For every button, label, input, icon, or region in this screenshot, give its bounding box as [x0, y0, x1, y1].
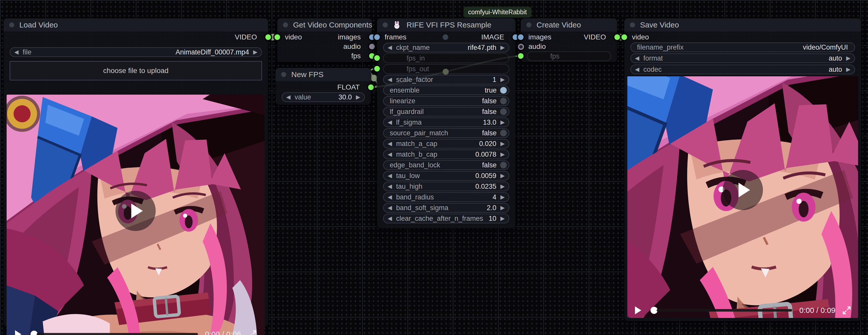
- collapse-dot[interactable]: [281, 72, 286, 77]
- play-icon[interactable]: [14, 330, 22, 335]
- widget-lf-guardrail[interactable]: lf_guardrail false: [383, 107, 509, 117]
- progress-track[interactable]: [657, 309, 792, 312]
- comfyui-canvas[interactable]: { "badge": { "label": "comfyui-WhiteRabb…: [0, 0, 868, 335]
- arrow-left-icon[interactable]: ◀: [384, 152, 396, 157]
- arrow-left-icon[interactable]: ◀: [384, 173, 396, 179]
- widget-tau-low[interactable]: ◀ tau_low 0.0059 ▶: [383, 171, 509, 181]
- arrow-left-icon[interactable]: ◀: [384, 141, 396, 147]
- output-port-video[interactable]: [614, 34, 620, 40]
- node-header[interactable]: Save Video: [624, 18, 861, 32]
- arrow-left-icon[interactable]: ◀: [384, 45, 396, 50]
- play-icon[interactable]: [634, 306, 642, 315]
- input-slot-fps-in[interactable]: fps_in: [383, 53, 509, 63]
- arrow-right-icon[interactable]: ▶: [496, 205, 509, 211]
- node-header[interactable]: New FPS: [276, 68, 371, 81]
- toggle-dot[interactable]: [500, 98, 507, 104]
- input-slot-fps[interactable]: fps: [527, 51, 611, 61]
- value-widget[interactable]: ◀ value 30.0 ▶: [282, 92, 365, 102]
- arrow-right-icon[interactable]: ▶: [842, 67, 855, 72]
- widget-clear-cache-after-n-frames[interactable]: ◀ clear_cache_after_n_frames 10 ▶: [383, 214, 509, 223]
- input-port-video[interactable]: [275, 34, 280, 40]
- input-port-audio[interactable]: [518, 44, 524, 50]
- input-port-images[interactable]: [518, 34, 524, 40]
- output-port-audio[interactable]: [369, 44, 375, 49]
- arrow-right-icon[interactable]: ▶: [496, 45, 509, 50]
- arrow-right-icon[interactable]: ▶: [496, 194, 509, 200]
- widget-match-a-cap[interactable]: ◀ match_a_cap 0.020 ▶: [383, 139, 509, 149]
- arrow-left-icon[interactable]: ◀: [10, 49, 23, 55]
- play-overlay-button[interactable]: [723, 170, 763, 210]
- output-port-float[interactable]: [368, 85, 374, 90]
- arrow-right-icon[interactable]: ▶: [496, 141, 509, 147]
- node-get-video-components[interactable]: Get Video Components video images audio …: [277, 18, 372, 62]
- file-widget[interactable]: ◀ file AnimateDiff_00007.mp4 ▶: [10, 47, 262, 57]
- arrow-right-icon[interactable]: ▶: [249, 49, 261, 55]
- node-new-fps[interactable]: New FPS FLOAT ◀ value 30.0 ▶: [276, 68, 371, 105]
- arrow-left-icon[interactable]: ◀: [384, 194, 396, 200]
- toggle-dot[interactable]: [500, 162, 507, 169]
- input-slot-fps-out[interactable]: fps_out: [383, 64, 509, 74]
- arrow-right-icon[interactable]: ▶: [842, 56, 855, 61]
- toggle-dot[interactable]: [500, 130, 507, 136]
- collapse-dot[interactable]: [526, 22, 531, 28]
- node-header[interactable]: Get Video Components: [277, 18, 372, 32]
- video-preview[interactable]: 0:00 / 0:06: [7, 95, 265, 335]
- output-port-image[interactable]: [513, 34, 518, 40]
- arrow-left-icon[interactable]: ◀: [384, 184, 396, 189]
- node-load-video[interactable]: Load Video VIDEO ◀ file AnimateDiff_0000…: [4, 18, 268, 327]
- arrow-left-icon[interactable]: ◀: [631, 56, 643, 61]
- widget-match-b-cap[interactable]: ◀ match_b_cap 0.0078 ▶: [383, 150, 509, 159]
- widget-tau-high[interactable]: ◀ tau_high 0.0235 ▶: [383, 182, 509, 191]
- arrow-right-icon[interactable]: ▶: [352, 94, 364, 100]
- widget-ensemble[interactable]: ensemble true: [383, 86, 509, 95]
- output-port-video[interactable]: [265, 34, 271, 40]
- video-preview[interactable]: 0:00 / 0:09: [627, 76, 858, 318]
- node-header[interactable]: Load Video: [4, 18, 268, 32]
- arrow-right-icon[interactable]: ▶: [496, 216, 509, 221]
- arrow-left-icon[interactable]: ◀: [631, 67, 643, 72]
- collapse-dot[interactable]: [9, 22, 14, 28]
- widget-codec[interactable]: ◀ codec auto ▶: [630, 65, 855, 74]
- toggle-dot[interactable]: [500, 109, 507, 115]
- output-port-images[interactable]: [369, 34, 375, 40]
- output-port-fps[interactable]: [369, 53, 375, 59]
- input-port-fps-out[interactable]: [374, 66, 380, 71]
- workflow-tab-badge[interactable]: comfyui-WhiteRabbit: [464, 7, 531, 18]
- arrow-left-icon[interactable]: ◀: [384, 120, 396, 125]
- arrow-left-icon[interactable]: ◀: [384, 77, 396, 83]
- progress-track[interactable]: [37, 333, 198, 335]
- widget-edge-band-lock[interactable]: edge_band_lock false: [383, 160, 509, 170]
- widget-lf-sigma[interactable]: ◀ lf_sigma 13.0 ▶: [383, 118, 509, 127]
- arrow-right-icon[interactable]: ▶: [496, 184, 509, 189]
- widget-ckpt-name[interactable]: ◀ ckpt_name rife47.pth ▶: [383, 43, 509, 52]
- fullscreen-icon[interactable]: [842, 306, 851, 315]
- node-header[interactable]: RIFE VFI FPS Resample: [377, 18, 516, 32]
- widget-linearize[interactable]: linearize false: [383, 96, 509, 106]
- arrow-right-icon[interactable]: ▶: [496, 173, 509, 179]
- collapse-dot[interactable]: [382, 22, 388, 28]
- widget-source-pair-match[interactable]: source_pair_match false: [383, 128, 509, 138]
- arrow-right-icon[interactable]: ▶: [496, 120, 509, 125]
- input-port-fps[interactable]: [518, 53, 524, 59]
- widget-scale-factor[interactable]: ◀ scale_factor 1 ▶: [383, 75, 509, 85]
- fullscreen-icon[interactable]: [248, 330, 257, 335]
- arrow-right-icon[interactable]: ▶: [496, 152, 509, 157]
- arrow-left-icon[interactable]: ◀: [384, 205, 396, 211]
- play-overlay-button[interactable]: [116, 191, 156, 231]
- arrow-left-icon[interactable]: ◀: [384, 216, 396, 221]
- node-create-video[interactable]: Create Video images audio VIDEO fps: [521, 18, 617, 62]
- widget-filename-prefix[interactable]: filename_prefix video/ComfyUI: [630, 42, 855, 52]
- collapse-dot[interactable]: [283, 22, 288, 28]
- input-port-video[interactable]: [621, 34, 627, 40]
- widget-format[interactable]: ◀ format auto ▶: [630, 53, 855, 63]
- input-port-frames[interactable]: [374, 34, 380, 40]
- node-header[interactable]: Create Video: [521, 18, 617, 32]
- widget-band-soft-sigma[interactable]: ◀ band_soft_sigma 2.0 ▶: [383, 203, 509, 213]
- widget-band-radius[interactable]: ◀ band_radius 4 ▶: [383, 192, 509, 202]
- arrow-right-icon[interactable]: ▶: [496, 77, 509, 83]
- arrow-left-icon[interactable]: ◀: [282, 94, 294, 100]
- collapse-dot[interactable]: [630, 22, 635, 28]
- toggle-dot[interactable]: [500, 87, 507, 94]
- choose-file-button[interactable]: choose file to upload: [10, 61, 262, 80]
- input-port-fps-in[interactable]: [374, 55, 380, 61]
